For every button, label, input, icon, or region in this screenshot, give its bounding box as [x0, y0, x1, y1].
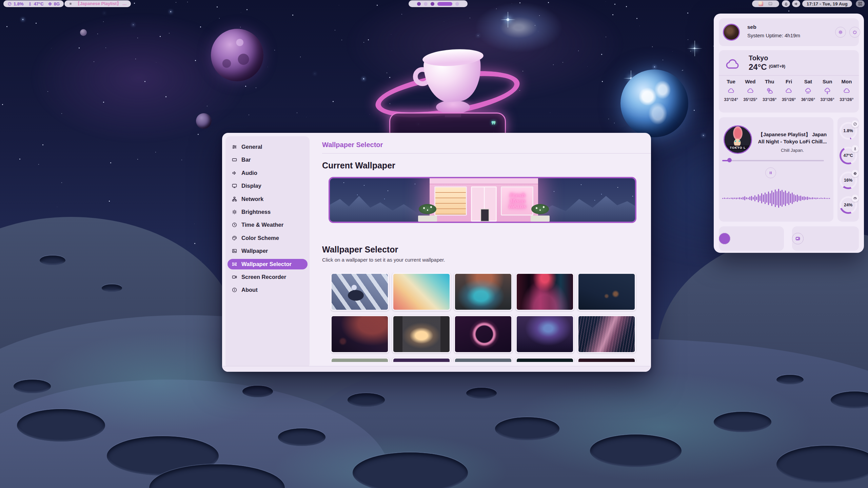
desktop: ❞ 1.8% 47°C 8G 【Japanese Playlist】	[0, 0, 868, 488]
sidebar-item-label: About	[241, 287, 258, 293]
forecast-temps: 33°/24°	[724, 97, 738, 102]
sidebar-item-Color Scheme[interactable]: Color Scheme	[228, 233, 308, 243]
notifications-button[interactable]	[782, 0, 790, 7]
wallpaper-tile-anime-girl-crosswalk[interactable]	[331, 273, 389, 311]
sidebar-item-Bar[interactable]: Bar	[228, 155, 308, 165]
settings-button[interactable]	[835, 27, 846, 38]
media-player-card: TOKYO L 【Japanese Playlist】 Japan All Ni…	[719, 117, 833, 222]
stat-icon-thermometer-icon	[28, 2, 32, 6]
forecast-temps: 35°/26°	[782, 97, 796, 102]
weather-city: Tokyo	[749, 54, 768, 62]
workspace-dot[interactable]	[424, 2, 428, 6]
forecast-temps: 36°/26°	[801, 97, 815, 102]
wallpaper-tile-dark-teal[interactable]	[516, 358, 574, 362]
system-stats-pill[interactable]: 1.8% 47°C 8G	[3, 0, 64, 7]
sidebar-icon-Color Scheme	[232, 235, 237, 241]
wallpaper-thumbnail	[393, 316, 450, 352]
sidebar-item-label: Color Scheme	[241, 235, 279, 241]
bell-icon	[784, 2, 788, 6]
sidebar-item-Display[interactable]: Display	[228, 181, 308, 191]
volume-button[interactable]	[792, 0, 800, 7]
forecast-icon-Sun	[823, 87, 831, 95]
wallpaper-tile-blossom-night[interactable]	[392, 358, 451, 362]
capture-button-screenshot[interactable]	[792, 233, 804, 244]
forecast-day-name: Wed	[745, 79, 755, 84]
preview-stars	[343, 182, 344, 183]
floating-coffee-cup: ❞	[373, 37, 526, 139]
workspace-dot[interactable]	[437, 2, 452, 6]
wallpaper-thumbnail	[517, 359, 573, 362]
media-pill[interactable]: 【Japanese Playlist】 J...	[64, 0, 131, 7]
user-name: seb	[747, 24, 756, 30]
sidebar-item-General[interactable]: General	[228, 142, 308, 152]
dashboard-button[interactable]	[856, 0, 865, 7]
wallpaper-tile-pastel-gradient[interactable]	[392, 273, 451, 311]
forecast-icon-Mon	[843, 87, 851, 95]
forecast-icon-Sat	[804, 87, 812, 95]
sidebar-item-About[interactable]: About	[228, 285, 308, 295]
album-art: TOKYO L	[724, 125, 752, 154]
side-panel: seb System Uptime: 4h19m Tokyo 24°C(GMT+…	[714, 14, 864, 253]
cloud-icon	[724, 56, 741, 73]
tray-app-icon[interactable]	[758, 1, 763, 6]
weather-forecast: Tue 33°/24° Wed 35°/25° Thu 33°/26° Fri	[722, 79, 855, 102]
slider-track	[722, 160, 824, 161]
forecast-day-Mon: Mon 33°/26°	[838, 79, 855, 102]
forecast-icon-Tue	[727, 87, 735, 95]
workspace-dot[interactable]	[417, 2, 421, 6]
sidebar-item-Network[interactable]: Network	[228, 194, 308, 204]
tiny-moon	[80, 29, 87, 36]
sidebar-item-label: Wallpaper	[241, 248, 268, 254]
clock[interactable]: 17:17 - Tue, 19 Aug	[802, 0, 852, 7]
sidebar-icon-Wallpaper Selector	[232, 261, 237, 267]
moon-crater	[17, 409, 105, 442]
wallpaper-tile-lofi-coffee-shop[interactable]	[392, 315, 451, 353]
wallpaper-tile-teal-glow-abstract[interactable]	[454, 273, 512, 311]
moon-crater	[348, 393, 385, 407]
wallpaper-tile-nebula-forest[interactable]	[516, 315, 574, 353]
wallpaper-tile-ember-ruins[interactable]	[331, 315, 389, 353]
track-artist: Chill Japan.	[755, 148, 829, 153]
stat-value: 47°C	[34, 1, 44, 6]
power-button[interactable]	[849, 27, 860, 38]
wallpaper-tile-snowy-night-village[interactable]	[577, 273, 636, 311]
wallpaper-thumbnail	[332, 316, 388, 352]
sidebar-item-label: Display	[241, 183, 261, 189]
settings-window: General Bar Audio Display Network Bright…	[222, 133, 651, 372]
forecast-day-name: Tue	[727, 79, 735, 84]
stat-icon-gauge-icon	[7, 2, 12, 6]
stat-item: 8G	[48, 1, 60, 6]
track-title-line1: 【Japanese Playlist】 Japan	[755, 131, 829, 138]
profile-button-power-saver[interactable]	[719, 233, 730, 244]
workspace-dot[interactable]	[455, 2, 459, 6]
waveform	[722, 180, 831, 216]
tray-image-icon[interactable]	[768, 1, 773, 6]
window-footer	[222, 366, 651, 372]
earth-planet	[620, 69, 688, 137]
sidebar-item-Brightness[interactable]: Brightness	[228, 207, 308, 217]
workspace-dot[interactable]	[431, 2, 434, 6]
sidebar-item-label: Screen Recorder	[241, 274, 286, 280]
cafe-chalkboard	[480, 209, 489, 222]
sidebar-item-Screen Recorder[interactable]: Screen Recorder	[228, 272, 308, 282]
wallpaper-tile-slate-grey[interactable]	[454, 358, 512, 362]
sidebar-icon-Wallpaper	[232, 248, 237, 254]
stat-icon-chip-icon	[48, 2, 52, 6]
wallpaper-tile-pink-mesh-wave[interactable]	[577, 315, 636, 353]
wallpaper-tile-dark-maroon[interactable]	[577, 358, 636, 362]
speaker-icon	[794, 2, 798, 6]
sidebar-item-Time & Weather[interactable]: Time & Weather	[228, 220, 308, 230]
system-tray	[752, 0, 779, 7]
moon-crater	[102, 284, 122, 292]
wallpaper-tile-pink-ring-nebula[interactable]	[454, 315, 512, 353]
forecast-day-Sat: Sat 36°/26°	[799, 79, 817, 102]
seek-slider[interactable]	[722, 158, 824, 163]
slider-knob[interactable]	[727, 158, 732, 162]
sidebar-item-Wallpaper Selector[interactable]: Wallpaper Selector	[228, 259, 308, 269]
sidebar-item-Audio[interactable]: Audio	[228, 168, 308, 178]
sidebar-item-Wallpaper[interactable]: Wallpaper	[228, 246, 308, 256]
wallpaper-tile-neon-arcade-alley[interactable]	[516, 273, 574, 311]
pause-button[interactable]	[765, 167, 776, 178]
wallpaper-tile-sage-abstract[interactable]	[331, 358, 389, 362]
wallpaper-thumbnail	[578, 274, 635, 310]
